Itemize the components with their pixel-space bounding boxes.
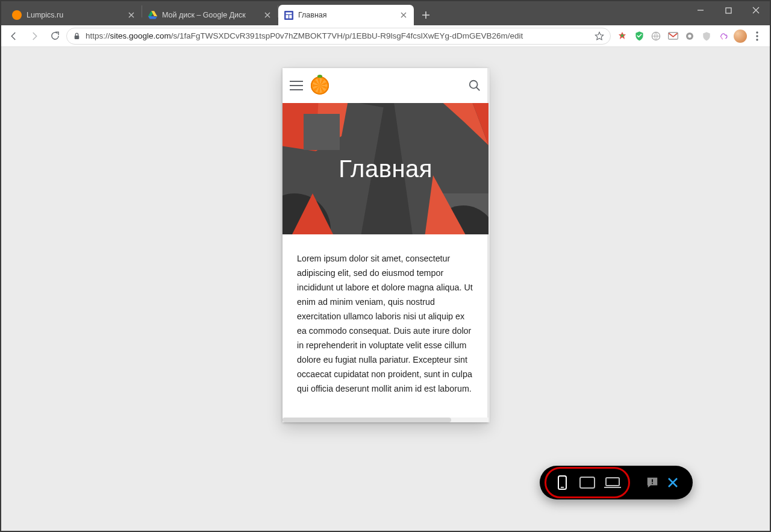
extension-icon[interactable] bbox=[717, 30, 730, 43]
extension-icon[interactable] bbox=[632, 30, 646, 43]
favicon-orange-icon bbox=[12, 10, 22, 20]
tab-label: Lumpics.ru bbox=[27, 11, 122, 19]
extension-icon[interactable] bbox=[700, 30, 713, 43]
tab-close-icon[interactable] bbox=[263, 11, 272, 19]
window-close-button[interactable] bbox=[742, 1, 770, 19]
url-scheme: https:// bbox=[86, 31, 110, 40]
extension-icon[interactable] bbox=[683, 30, 696, 43]
search-icon[interactable] bbox=[468, 79, 481, 92]
svg-rect-26 bbox=[652, 480, 653, 483]
nav-back-button[interactable] bbox=[5, 27, 23, 45]
nav-reload-button[interactable] bbox=[46, 27, 64, 45]
svg-point-13 bbox=[756, 39, 758, 40]
tab-gsites-active[interactable]: Главная bbox=[278, 5, 414, 25]
favicon-gsites-icon bbox=[284, 11, 293, 20]
new-tab-button[interactable] bbox=[417, 7, 434, 23]
profile-avatar[interactable] bbox=[734, 30, 747, 43]
browser-window: Lumpics.ru Мой диск – Google Диск bbox=[0, 0, 771, 532]
site-logo-icon bbox=[310, 76, 329, 95]
browser-toolbar: https://sites.google.com/s/1faFgTWSXDCvR… bbox=[1, 25, 770, 47]
favicon-gdrive-icon bbox=[148, 11, 157, 19]
url-host: sites.google.com bbox=[110, 31, 171, 40]
hamburger-menu-icon[interactable] bbox=[290, 81, 303, 90]
feedback-icon[interactable] bbox=[643, 474, 661, 492]
svg-rect-27 bbox=[652, 483, 653, 484]
svg-point-10 bbox=[688, 34, 691, 37]
url-path: /s/1faFgTWSXDCvR391tspP0v7hZMBOKT7VH/p/1… bbox=[171, 31, 523, 40]
address-bar[interactable]: https://sites.google.com/s/1faFgTWSXDCvR… bbox=[66, 28, 611, 45]
page-content: Главная Lorem ipsum dolor sit amet, cons… bbox=[1, 47, 770, 531]
preview-toolbar bbox=[540, 466, 693, 499]
svg-point-6 bbox=[621, 34, 623, 36]
device-switcher-highlight bbox=[545, 467, 630, 498]
svg-rect-4 bbox=[726, 8, 731, 13]
lock-icon bbox=[73, 32, 81, 40]
tab-label: Мой диск – Google Диск bbox=[162, 11, 258, 19]
tab-close-icon[interactable] bbox=[127, 11, 136, 19]
svg-rect-0 bbox=[284, 11, 293, 20]
svg-point-14 bbox=[470, 80, 478, 88]
svg-rect-24 bbox=[580, 477, 595, 488]
tab-strip: Lumpics.ru Мой диск – Google Диск bbox=[1, 1, 687, 25]
hero-banner: Главная bbox=[282, 103, 489, 234]
browser-menu-button[interactable] bbox=[751, 30, 764, 43]
tab-close-icon[interactable] bbox=[399, 11, 408, 19]
mobile-preview: Главная Lorem ipsum dolor sit amet, cons… bbox=[282, 68, 489, 422]
close-preview-icon[interactable] bbox=[664, 474, 682, 492]
device-tablet-button[interactable] bbox=[578, 472, 597, 493]
titlebar: Lumpics.ru Мой диск – Google Диск bbox=[1, 1, 770, 25]
extensions-row bbox=[613, 30, 766, 43]
svg-rect-2 bbox=[286, 14, 289, 18]
url-text: https://sites.google.com/s/1faFgTWSXDCvR… bbox=[86, 31, 590, 40]
svg-rect-1 bbox=[286, 12, 292, 14]
svg-point-12 bbox=[756, 35, 758, 37]
scrollbar-horizontal[interactable] bbox=[282, 418, 489, 422]
extension-icon[interactable] bbox=[616, 30, 629, 43]
svg-rect-5 bbox=[75, 35, 80, 39]
tab-label: Главная bbox=[298, 11, 395, 19]
tab-lumpics[interactable]: Lumpics.ru bbox=[6, 5, 142, 25]
device-desktop-button[interactable] bbox=[603, 472, 622, 493]
svg-rect-25 bbox=[606, 478, 619, 486]
device-phone-button[interactable] bbox=[552, 472, 572, 493]
svg-point-11 bbox=[756, 31, 758, 33]
window-maximize-button[interactable] bbox=[714, 1, 742, 19]
svg-rect-23 bbox=[561, 487, 564, 488]
site-header bbox=[282, 68, 489, 103]
extension-icon[interactable] bbox=[649, 30, 663, 43]
window-controls bbox=[687, 1, 770, 25]
hero-title: Главная bbox=[339, 155, 432, 183]
svg-rect-18 bbox=[304, 114, 340, 150]
extension-icon[interactable] bbox=[666, 30, 679, 43]
mobile-preview-frame: Главная Lorem ipsum dolor sit amet, cons… bbox=[282, 68, 489, 422]
bookmark-star-icon[interactable] bbox=[595, 31, 604, 41]
page-body-text: Lorem ipsum dolor sit amet, consectetur … bbox=[282, 234, 489, 418]
scrollbar-thumb[interactable] bbox=[282, 418, 451, 422]
window-minimize-button[interactable] bbox=[687, 1, 714, 19]
svg-rect-3 bbox=[289, 14, 292, 18]
tab-gdrive[interactable]: Мой диск – Google Диск bbox=[142, 5, 278, 25]
nav-forward-button[interactable] bbox=[25, 27, 43, 45]
